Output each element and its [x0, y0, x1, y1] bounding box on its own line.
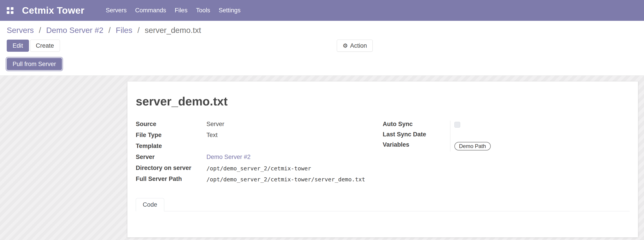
apps-grid-square [11, 7, 14, 10]
apps-grid-square [7, 11, 10, 14]
tab-code[interactable]: Code [136, 198, 164, 211]
apps-menu-icon[interactable] [7, 7, 14, 14]
field-row-server: Server Demo Server #2 [136, 154, 383, 165]
breadcrumb-servers[interactable]: Servers [7, 26, 34, 34]
top-navbar: Cetmix Tower Servers Commands Files Tool… [0, 0, 644, 21]
field-label: Variables [383, 141, 450, 148]
breadcrumb-files[interactable]: Files [116, 26, 132, 34]
field-label: Last Sync Date [383, 131, 450, 138]
pull-from-server-button[interactable]: Pull from Server [7, 58, 62, 70]
control-panel-buttons: Edit Create ⚙ Action [7, 40, 637, 52]
breadcrumb: Servers / Demo Server #2 / Files / serve… [7, 24, 637, 39]
field-value-code: /opt/demo_server_2/cetmix-tower [206, 165, 311, 172]
edit-create-group: Edit Create [7, 40, 60, 52]
field-groups: Source Server File Type Text Template Se… [136, 121, 630, 187]
record-title: server_demo.txt [136, 95, 630, 108]
breadcrumb-demo-server[interactable]: Demo Server #2 [46, 26, 104, 34]
edit-button[interactable]: Edit [7, 40, 29, 52]
field-label: Full Server Path [136, 176, 206, 182]
notebook-tabs: Code [136, 198, 630, 211]
breadcrumb-separator: / [137, 26, 140, 34]
menu-files[interactable]: Files [170, 7, 192, 14]
menu-tools[interactable]: Tools [192, 7, 214, 14]
field-group-left: Source Server File Type Text Template Se… [136, 121, 383, 187]
field-row-template: Template [136, 143, 383, 154]
brand-title[interactable]: Cetmix Tower [22, 5, 84, 16]
field-label: File Type [136, 132, 206, 138]
breadcrumb-separator: / [108, 26, 110, 34]
variable-tag: Demo Path [454, 142, 491, 150]
breadcrumb-separator: / [39, 26, 41, 34]
field-row-auto-sync: Auto Sync [383, 121, 630, 131]
form-sheet: server_demo.txt Source Server File Type … [127, 81, 638, 238]
field-value-cell: Demo Path [450, 141, 630, 152]
tab-code-content [136, 211, 630, 237]
menu-settings[interactable]: Settings [214, 7, 245, 14]
main-menu: Servers Commands Files Tools Settings [102, 7, 245, 14]
menu-commands[interactable]: Commands [131, 7, 170, 14]
statusbar: Pull from Server [7, 58, 637, 70]
field-label: Template [136, 143, 206, 149]
field-value: Server [206, 121, 224, 128]
field-row-file-type: File Type Text [136, 132, 383, 143]
action-menu-label: Action [350, 42, 367, 49]
apps-grid-square [11, 11, 14, 14]
apps-grid-square [7, 7, 10, 10]
control-panel: Servers / Demo Server #2 / Files / serve… [0, 21, 644, 76]
breadcrumb-current: server_demo.txt [145, 26, 201, 34]
field-row-source: Source Server [136, 121, 383, 132]
form-view-background: server_demo.txt Source Server File Type … [0, 76, 644, 240]
field-value: Text [206, 132, 218, 138]
field-row-full-path: Full Server Path /opt/demo_server_2/cetm… [136, 176, 383, 187]
field-label: Server [136, 154, 206, 160]
field-label: Auto Sync [383, 121, 450, 128]
field-value-cell [450, 121, 630, 131]
gear-icon: ⚙ [343, 43, 348, 49]
menu-servers[interactable]: Servers [102, 7, 131, 14]
field-label: Directory on server [136, 165, 206, 171]
field-row-directory: Directory on server /opt/demo_server_2/c… [136, 165, 383, 176]
action-menu-button[interactable]: ⚙ Action [337, 40, 373, 52]
server-record-link[interactable]: Demo Server #2 [206, 154, 251, 160]
field-label: Source [136, 121, 206, 128]
auto-sync-checkbox[interactable] [454, 122, 460, 128]
field-group-right: Auto Sync Last Sync Date Variables Demo … [383, 121, 630, 187]
field-value-cell [450, 131, 630, 141]
create-button[interactable]: Create [30, 40, 60, 52]
field-row-variables: Variables Demo Path [383, 141, 630, 152]
field-value-code: /opt/demo_server_2/cetmix-tower/server_d… [206, 176, 365, 183]
field-row-last-sync-date: Last Sync Date [383, 131, 630, 141]
